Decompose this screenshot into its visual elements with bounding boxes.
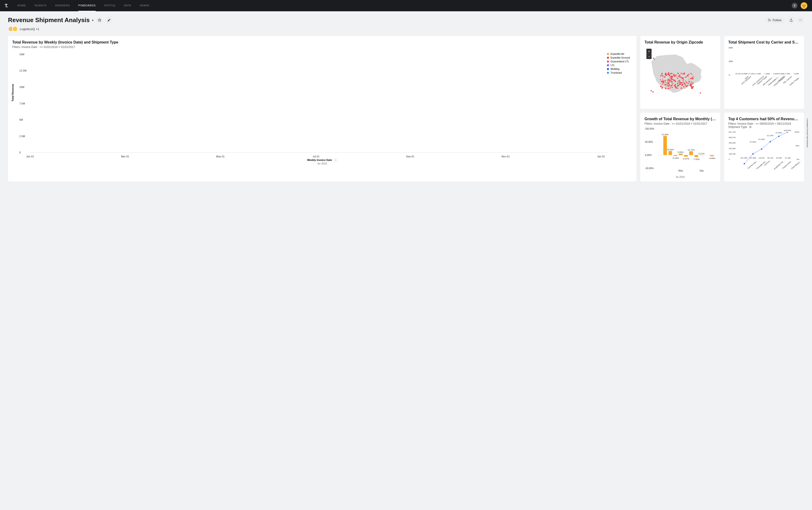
sort-icon[interactable]: ↑ — [334, 158, 337, 162]
bar[interactable] — [704, 129, 709, 168]
svg-point-63 — [693, 76, 694, 77]
legend-item[interactable]: Expedite Air — [607, 53, 630, 55]
chart-plot[interactable]: 02.5M5M7.5M10M12.5M15M — [30, 54, 609, 153]
svg-point-208 — [678, 76, 679, 77]
svg-point-12 — [672, 81, 673, 83]
svg-point-66 — [679, 74, 680, 76]
svg-point-167 — [674, 80, 675, 81]
svg-point-5 — [800, 20, 801, 20]
nav-item-home[interactable]: HOME — [18, 0, 26, 11]
y-tick: 499.03K — [729, 142, 736, 144]
svg-point-139 — [677, 73, 678, 74]
follow-button[interactable]: Follow — [765, 17, 785, 23]
title-dropdown-icon[interactable]: ▾ — [92, 18, 94, 22]
logo[interactable]: T. — [5, 3, 8, 8]
y-axis-label: Total Revenue — [11, 84, 14, 102]
y-tick: 50M — [729, 47, 733, 49]
map[interactable]: + − — [644, 47, 716, 106]
bar[interactable]: 2.72M — [785, 73, 790, 75]
svg-point-84 — [661, 84, 662, 85]
x-tick: Jan 01 — [26, 155, 34, 158]
svg-point-181 — [686, 82, 687, 83]
card-filters: Filters: Invoice Date : >= 01/01/2016 < … — [644, 122, 716, 125]
chart-plot[interactable]: -50.00%0.00%50.00%100.00%72.35%14.92%-3.… — [657, 129, 715, 168]
bar[interactable]: 118.4K — [758, 157, 765, 159]
svg-point-137 — [685, 85, 686, 86]
x-tick: May 01 — [216, 155, 225, 158]
bar[interactable]: 14.71% — [689, 129, 694, 168]
svg-point-214 — [685, 81, 686, 81]
bar[interactable]: 2.24M — [794, 73, 799, 75]
nav-item-search[interactable]: SEARCH — [35, 0, 47, 11]
bar[interactable]: 321.45K — [740, 157, 748, 159]
more-button[interactable] — [797, 17, 804, 24]
svg-point-51 — [672, 83, 673, 84]
svg-point-145 — [691, 85, 692, 86]
bar[interactable]: -3.19% — [673, 129, 678, 168]
bar[interactable]: -4.86% — [709, 129, 715, 168]
y-tick: 5M — [19, 118, 23, 121]
legend-item[interactable]: Multileg — [607, 67, 630, 70]
bar[interactable]: 21.39K — [784, 157, 792, 159]
edit-button[interactable] — [106, 17, 112, 24]
map-zoom-out[interactable]: − — [646, 54, 651, 59]
favorite-button[interactable] — [96, 17, 103, 24]
y-tick: 25M — [729, 60, 733, 63]
chart-plot[interactable]: 34.1M23.55M17.12M11.18M7.36M4.82M3.06M2.… — [735, 48, 799, 75]
nav: HOMESEARCHANSWERSPINBOARDSSPOTIQDATAADMI… — [18, 0, 149, 11]
svg-point-205 — [691, 78, 692, 79]
map-zoom-in[interactable]: + — [646, 49, 651, 54]
svg-point-163 — [665, 83, 666, 83]
x-tick: Sep — [700, 169, 704, 172]
bar[interactable]: 23.55M — [741, 73, 747, 75]
svg-point-93 — [689, 81, 689, 82]
nav-item-pinboards[interactable]: PINBOARDS — [78, 0, 96, 11]
owner-label[interactable]: LogisticsIQ +1 — [20, 27, 39, 31]
bar[interactable]: 17.12M — [748, 73, 754, 75]
svg-point-134 — [662, 82, 664, 84]
legend-item[interactable]: Guaranteed LTL — [607, 60, 630, 63]
bar[interactable]: 7.36M — [764, 73, 770, 75]
x-ticks: Jan 01Mar 01May 01Jul 01Sep 01Nov 01Jan … — [30, 155, 609, 158]
bar[interactable]: 11.18M — [755, 73, 761, 75]
bar[interactable]: 5.80% — [678, 129, 683, 168]
legend-item[interactable]: Expedite Ground — [607, 56, 630, 59]
share-button[interactable] — [787, 17, 794, 24]
chart-plot[interactable]: 321.45K157.65K118.4K56.12K26.53K21.39K 0… — [740, 132, 792, 159]
nav-item-spotiq[interactable]: SPOTIQ — [104, 0, 116, 11]
bar[interactable]: -7.65% — [694, 129, 699, 168]
bar[interactable]: 0.11% — [699, 129, 704, 168]
legend-item[interactable]: Truckload — [607, 71, 630, 74]
line-label: 57.60% — [750, 141, 756, 143]
bar[interactable]: 157.65K — [749, 157, 756, 159]
svg-point-43 — [660, 79, 661, 81]
svg-point-108 — [665, 80, 666, 81]
bar[interactable]: 56.12K — [766, 157, 774, 159]
svg-point-30 — [662, 73, 663, 74]
y-tick: 7.5M — [19, 102, 25, 105]
bar[interactable]: 14.92% — [668, 129, 673, 168]
owner-avatars[interactable] — [8, 26, 18, 32]
x-tick: Jul 01 — [313, 155, 319, 158]
svg-point-150 — [675, 87, 676, 88]
svg-point-116 — [688, 77, 689, 77]
nav-item-data[interactable]: DATA — [124, 0, 131, 11]
svg-point-106 — [676, 77, 677, 77]
card-title: Total Revenue by Weekly (Invoice Date) a… — [12, 40, 632, 45]
nav-item-admin[interactable]: ADMIN — [140, 0, 149, 11]
bar[interactable]: 34.1M — [735, 73, 741, 75]
legend-item[interactable]: LTL — [607, 64, 630, 66]
svg-point-186 — [669, 85, 670, 86]
svg-point-78 — [680, 73, 681, 74]
svg-point-204 — [662, 76, 663, 77]
svg-point-151 — [664, 84, 665, 85]
help-icon[interactable]: ? — [792, 3, 798, 8]
bar[interactable]: 4.82M — [774, 73, 779, 75]
bar[interactable]: 3.06M — [779, 73, 784, 75]
line-label: 81.24% — [767, 135, 774, 137]
svg-point-98 — [691, 84, 693, 85]
user-avatar[interactable] — [801, 2, 807, 9]
nav-item-answers[interactable]: ANSWERS — [55, 0, 70, 11]
svg-point-166 — [677, 81, 678, 82]
bar[interactable]: 26.53K — [775, 157, 783, 159]
